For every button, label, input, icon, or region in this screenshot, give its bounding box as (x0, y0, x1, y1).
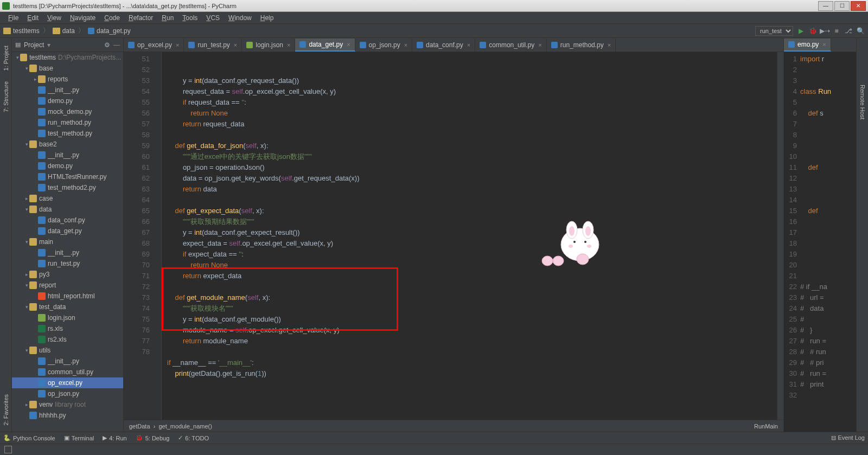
tree-item-op_excel-py[interactable]: op_excel.py (12, 377, 123, 388)
tree-item-login-json[interactable]: login.json (12, 312, 123, 323)
close-tab-icon[interactable]: × (234, 42, 237, 48)
bottom-6--todo[interactable]: ✓6: TODO (178, 434, 209, 441)
close-tab-icon[interactable]: × (608, 42, 611, 48)
tree-item-data_get-py[interactable]: data_get.py (12, 226, 123, 236)
tree-item-venv[interactable]: ▸venvlibrary root (12, 399, 123, 410)
run-config-select[interactable]: run_test (755, 26, 793, 36)
project-sidebar: ▤ Project ▾ ⚙ — ▾testItemsD:\PycharmProj… (12, 38, 124, 432)
sidebar-settings-icon[interactable]: ⚙ (104, 41, 110, 49)
tree-item-case[interactable]: ▸case (12, 193, 123, 204)
tree-item-__init__-py[interactable]: __init__.py (12, 247, 123, 258)
editor-scrollbar[interactable] (777, 52, 783, 420)
attach-icon[interactable]: ▶⇢ (820, 27, 829, 35)
run-icon[interactable]: ▶ (796, 27, 805, 35)
close-tab-icon[interactable]: × (176, 42, 179, 48)
menu-window[interactable]: Window (225, 13, 256, 23)
crumb-testItems[interactable]: testItems (13, 27, 40, 35)
tree-item-data[interactable]: ▾data (12, 204, 123, 215)
close-tab-icon[interactable]: × (287, 42, 290, 48)
debug-icon[interactable]: 🐞 (808, 27, 817, 35)
search-icon[interactable]: 🔍 (856, 27, 865, 35)
tree-item-__init__-py[interactable]: __init__.py (12, 150, 123, 161)
structure-tool-button[interactable]: 7: Structure (2, 78, 10, 116)
menu-tools[interactable]: Tools (178, 13, 201, 23)
tree-item-run_test-py[interactable]: run_test.py (12, 258, 123, 269)
tree-item-mock_demo-py[interactable]: mock_demo.py (12, 106, 123, 117)
tree-item-demo-py[interactable]: demo.py (12, 95, 123, 106)
sidebar-collapse-icon[interactable]: — (113, 41, 120, 49)
breadcrumb-method[interactable]: get_module_name() (158, 423, 212, 430)
tree-item-report[interactable]: ▾report (12, 280, 123, 291)
project-tool-button[interactable]: 1: Project (2, 42, 10, 74)
menu-navigate[interactable]: Navigate (66, 13, 99, 23)
menu-edit[interactable]: Edit (23, 13, 42, 23)
menu-code[interactable]: Code (100, 13, 124, 23)
tree-item-base[interactable]: ▾base (12, 63, 123, 74)
crumb-data_get.py[interactable]: data_get.py (97, 27, 131, 35)
tree-item-data_conf-py[interactable]: data_conf.py (12, 215, 123, 226)
close-tab-icon[interactable]: × (538, 42, 541, 48)
menu-refactor[interactable]: Refactor (125, 13, 157, 23)
right-code[interactable]: 1234567891011121314151617181920212223242… (784, 52, 856, 432)
tree-item-common_util-py[interactable]: common_util.py (12, 367, 123, 377)
tab-op_json-py[interactable]: op_json.py× (355, 39, 412, 52)
status-box-icon[interactable] (4, 446, 12, 453)
tab-data_conf-py[interactable]: data_conf.py× (412, 39, 475, 52)
maximize-button[interactable]: ☐ (834, 1, 850, 11)
tree-item-reports[interactable]: ▸reports (12, 74, 123, 85)
git-icon[interactable]: ⎇ (844, 27, 853, 35)
event-log-button[interactable]: ⊟ Event Log (831, 434, 865, 441)
tree-item-test_method2-py[interactable]: test_method2.py (12, 182, 123, 193)
tab-data_get-py[interactable]: data_get.py× (295, 39, 355, 52)
project-tree[interactable]: ▾testItemsD:\PycharmProjects...▾base▸rep… (12, 52, 123, 432)
tree-item-py3[interactable]: ▸py3 (12, 269, 123, 280)
menu-run[interactable]: Run (158, 13, 177, 23)
close-tab-icon[interactable]: × (347, 41, 350, 48)
tree-item-test_data[interactable]: ▾test_data (12, 302, 123, 312)
close-tab-icon[interactable]: × (467, 42, 470, 48)
tree-item-base2[interactable]: ▾base2 (12, 139, 123, 150)
tab-login-json[interactable]: login.json× (242, 39, 295, 52)
minimize-button[interactable]: — (818, 1, 833, 11)
tree-item-rs-xls[interactable]: rs.xls (12, 323, 123, 334)
tab-common_util-py[interactable]: common_util.py× (475, 39, 546, 52)
menu-vcs[interactable]: VCS (202, 13, 224, 23)
tab-op_excel-py[interactable]: op_excel.py× (124, 39, 184, 52)
tree-item-utils[interactable]: ▾utils (12, 345, 123, 356)
bottom-5--debug[interactable]: 🐞5: Debug (136, 434, 170, 441)
right-tab[interactable]: emo.py× (784, 39, 831, 52)
tree-item-HTMLTestRunner-py[interactable]: HTMLTestRunner.py (12, 171, 123, 182)
stop-icon[interactable]: ■ (832, 27, 841, 35)
tree-item-demo-py[interactable]: demo.py (12, 161, 123, 171)
favorites-tool-button[interactable]: 2: Favorites (2, 391, 10, 428)
tree-item-__init__-py[interactable]: __init__.py (12, 85, 123, 95)
breadcrumb-right: RunMain (754, 423, 778, 430)
breadcrumb-class[interactable]: getData (129, 423, 150, 430)
right-toolbar: Remote Host (856, 38, 868, 432)
menu-help[interactable]: Help (257, 13, 278, 23)
tree-item-testItems[interactable]: ▾testItemsD:\PycharmProjects... (12, 52, 123, 63)
remote-host-button[interactable]: Remote Host (858, 81, 867, 123)
tree-item-hhhhh-py[interactable]: hhhhh.py (12, 410, 123, 421)
right-editor: emo.py× 12345678910111213141516171819202… (783, 38, 856, 432)
tree-item-test_method-py[interactable]: test_method.py (12, 128, 123, 139)
code-editor[interactable]: 5152535455565758596061626364656667686970… (124, 52, 783, 420)
tab-run_test-py[interactable]: run_test.py× (184, 39, 242, 52)
tree-item-rs2-xls[interactable]: rs2.xls (12, 334, 123, 345)
crumb-data[interactable]: data (62, 27, 75, 35)
bottom-python-console[interactable]: 🐍Python Console (3, 434, 55, 441)
close-tab-icon[interactable]: × (404, 42, 407, 48)
bottom-terminal[interactable]: ▣Terminal (64, 434, 94, 441)
close-button[interactable]: ✕ (851, 1, 866, 11)
python-file-icon (88, 28, 94, 34)
tab-run_method-py[interactable]: run_method.py× (547, 39, 616, 52)
tree-item-main[interactable]: ▾main (12, 236, 123, 247)
folder-icon (53, 28, 60, 34)
menu-file[interactable]: File (4, 13, 22, 23)
menu-view[interactable]: View (43, 13, 65, 23)
tree-item-run_method-py[interactable]: run_method.py (12, 117, 123, 128)
tree-item-__init__-py[interactable]: __init__.py (12, 356, 123, 367)
tree-item-html_report-html[interactable]: html_report.html (12, 291, 123, 302)
tree-item-op_json-py[interactable]: op_json.py (12, 388, 123, 399)
bottom-4--run[interactable]: ▶4: Run (103, 434, 126, 441)
